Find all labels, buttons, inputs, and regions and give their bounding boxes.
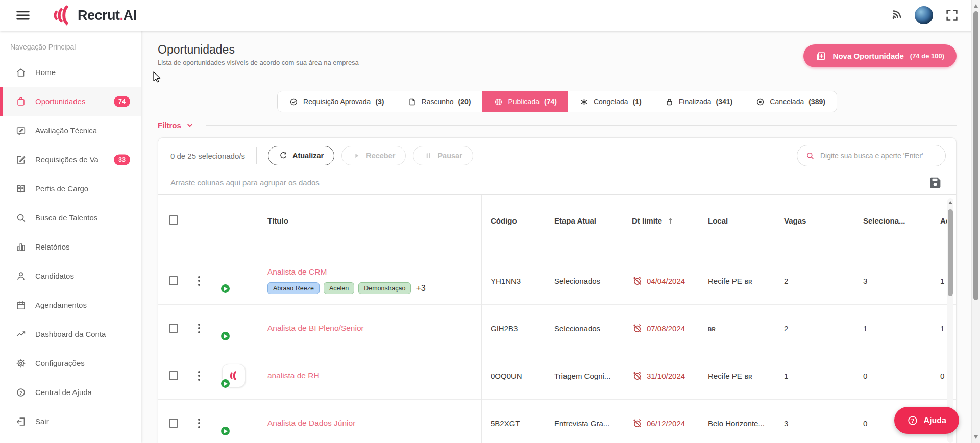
table-scrollbar[interactable] (947, 198, 953, 443)
user-avatar[interactable] (915, 6, 933, 24)
tab-requisicao-aprovada[interactable]: Requisição Aprovada(3) (278, 91, 395, 112)
opportunity-title-link[interactable]: Analista de CRM (267, 267, 481, 277)
play-video-icon[interactable] (220, 331, 231, 341)
column-header-dt-limite[interactable]: Dt limite (632, 216, 699, 225)
cell-vacancies: 3 (775, 419, 851, 428)
row-checkbox[interactable] (169, 324, 178, 333)
row-checkbox[interactable] (169, 371, 178, 380)
opportunity-title-link[interactable]: Analista de Dados Júnior (267, 419, 481, 428)
table-scrollbar-thumb[interactable] (948, 209, 953, 296)
search-input[interactable] (820, 152, 937, 160)
tab-congelada[interactable]: Congelada(1) (568, 91, 653, 112)
column-header-codigo[interactable]: Código (481, 195, 545, 225)
opportunity-title-link[interactable]: Analista de BI Pleno/Senior (267, 324, 481, 333)
logout-icon (15, 416, 27, 427)
column-header-titulo[interactable]: Título (258, 195, 481, 225)
sidebar-item-agendamentos[interactable]: Agendamentos (0, 290, 141, 319)
opportunity-thumbnail[interactable] (222, 269, 246, 292)
tab-label: Congelada (594, 97, 628, 106)
tag-chip: Acelen (324, 282, 354, 294)
sidebar-item-relatorios[interactable]: Relatórios (0, 232, 141, 261)
column-header-etapa[interactable]: Etapa Atual (545, 195, 623, 225)
save-icon[interactable] (927, 175, 943, 190)
scroll-up-icon[interactable] (948, 201, 952, 204)
row-checkbox[interactable] (169, 419, 178, 428)
tab-count: (341) (716, 97, 733, 106)
filters-toggle[interactable]: Filtros (158, 120, 194, 130)
main-content: Oportunidades Lista de oportunidades vis… (141, 31, 980, 443)
cell-due-date: 06/12/2024 (647, 419, 685, 428)
sidebar-item-label: Relatórios (35, 242, 141, 251)
sidebar-item-busca-de-talentos[interactable]: Busca de Talentos (0, 203, 141, 232)
opportunity-thumbnail[interactable] (222, 364, 246, 387)
opportunity-thumbnail[interactable] (222, 411, 246, 435)
refresh-button[interactable]: Atualizar (268, 146, 334, 165)
toolbar-divider (256, 147, 257, 164)
sidebar-item-central-de-ajuda[interactable]: ? Central de Ajuda (0, 378, 141, 407)
tab-finalizada[interactable]: Finalizada(341) (653, 91, 744, 112)
receive-button[interactable]: Receber (341, 146, 406, 165)
svg-text:?: ? (19, 389, 22, 395)
scroll-up-icon[interactable] (974, 4, 978, 8)
sidebar-item-label: Home (35, 68, 141, 77)
new-opportunity-button[interactable]: Nova Oportunidade (74 de 100) (803, 44, 957, 67)
play-video-icon[interactable] (220, 426, 231, 436)
pause-button[interactable]: Pausar (413, 146, 473, 165)
brand-logo[interactable]: Recrut.AI (49, 4, 137, 27)
sidebar-item-requisicoes[interactable]: Requisições de Va 33 (0, 145, 141, 174)
tab-cancelada[interactable]: Cancelada(389) (744, 91, 837, 112)
column-header-local[interactable]: Local (699, 195, 775, 225)
column-header-selecionados[interactable]: Seleciona... (851, 195, 930, 225)
calendar-icon (15, 300, 27, 311)
globe-icon (494, 97, 503, 107)
column-header-vagas[interactable]: Vagas (775, 195, 851, 225)
selection-count-text: 0 de 25 selecionado/s (170, 152, 245, 160)
filters-divider (206, 125, 957, 126)
row-menu-icon[interactable] (195, 368, 203, 384)
cell-code: 5B2XGT (481, 419, 545, 428)
row-menu-icon[interactable] (195, 321, 203, 336)
receive-label: Receber (366, 152, 395, 160)
bulk-actions-toolbar: 0 de 25 selecionado/s Atualizar Receber … (158, 138, 956, 170)
opportunity-title-link[interactable]: analista de RH (267, 371, 481, 380)
brand-name: Recrut.AI (78, 8, 137, 23)
sidebar-item-label: Candidatos (35, 272, 141, 280)
scroll-down-icon[interactable] (974, 435, 978, 439)
page-scrollbar[interactable] (971, 0, 980, 443)
more-tags-count[interactable]: +3 (416, 284, 425, 293)
play-video-icon[interactable] (220, 283, 231, 294)
tag-chip: Demonstração (358, 282, 411, 294)
row-menu-icon[interactable] (195, 273, 203, 289)
play-video-icon[interactable] (220, 378, 231, 389)
sidebar-item-configuracoes[interactable]: Configurações (0, 349, 141, 378)
sidebar-item-avaliacao-tecnica[interactable]: Avaliação Técnica (0, 116, 141, 145)
row-menu-icon[interactable] (195, 415, 203, 431)
new-opportunity-label: Nova Oportunidade (833, 52, 904, 60)
table-header-row: Título Código Etapa Atual Dt limite Loca… (158, 195, 956, 257)
sidebar-item-perfis-de-cargo[interactable]: Perfis de Cargo (0, 174, 141, 203)
sidebar-item-dashboard-da-conta[interactable]: Dashboard da Conta (0, 319, 141, 349)
tab-publicada[interactable]: Publicada(74) (482, 91, 568, 112)
row-checkbox[interactable] (169, 276, 178, 285)
help-button[interactable]: ? Ajuda (894, 407, 959, 434)
sidebar-item-candidatos[interactable]: Candidatos (0, 261, 141, 290)
opportunity-thumbnail[interactable] (222, 316, 246, 340)
table-row: Analista de Dados Júnior 5B2XGT Entrevis… (158, 400, 956, 443)
fullscreen-icon[interactable] (944, 8, 960, 23)
sidebar-item-label: Busca de Talentos (35, 213, 141, 222)
sidebar-item-oportunidades[interactable]: Oportunidades 74 (0, 87, 141, 116)
help-label: Ajuda (924, 416, 946, 425)
select-all-checkbox[interactable] (169, 215, 178, 225)
sidebar-item-sair[interactable]: Sair (0, 407, 141, 436)
network-status-icon[interactable] (888, 8, 903, 23)
cell-code: GIH2B3 (481, 324, 545, 333)
tab-rascunho[interactable]: Rascunho(20) (396, 91, 482, 112)
table-row: Analista de CRM Abraão Reeze Acelen Demo… (158, 257, 956, 305)
page-scrollbar-thumb[interactable] (973, 11, 978, 300)
snowflake-icon (579, 97, 589, 107)
hamburger-menu-icon[interactable] (14, 7, 32, 24)
sidebar-item-home[interactable]: Home (0, 58, 141, 87)
search-icon (805, 151, 815, 160)
play-icon (352, 151, 361, 160)
pause-icon (424, 151, 433, 160)
